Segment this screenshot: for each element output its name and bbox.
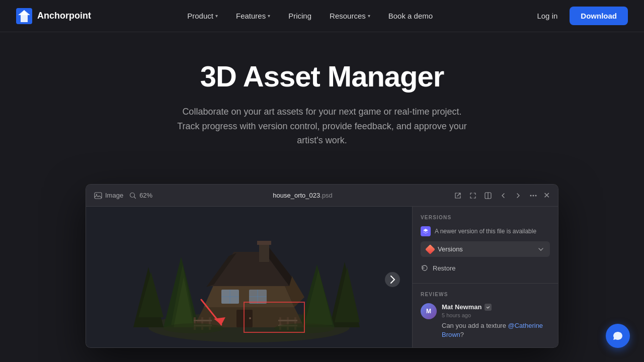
toolbar-filename: house_orto_023.psd: [273, 192, 333, 199]
restore-icon: [421, 264, 429, 272]
nav-resources[interactable]: Resources ▾: [323, 8, 377, 24]
svg-rect-28: [257, 241, 271, 245]
download-button[interactable]: Download: [570, 7, 628, 25]
image-type-label: Image: [105, 192, 123, 199]
navbar: Anchorpoint Product ▾ Features ▾ Pricing…: [0, 0, 644, 32]
svg-point-47: [164, 323, 224, 333]
nav-book-demo[interactable]: Book a demo: [381, 8, 440, 24]
versions-label: VERSIONS: [421, 215, 550, 220]
logo[interactable]: Anchorpoint: [16, 8, 91, 24]
chat-bubble[interactable]: [606, 324, 630, 348]
split-view-icon: [485, 192, 492, 199]
house-scene-svg: [86, 207, 412, 347]
app-window: Image 62% house_orto_023.psd: [86, 184, 558, 348]
nav-arrow-right: [385, 272, 400, 287]
svg-point-9: [535, 195, 536, 196]
reviewer-badge: [485, 304, 492, 311]
review-header: Mat Newman: [442, 303, 550, 311]
chevron-right-icon: [515, 193, 521, 199]
svg-point-8: [532, 195, 534, 196]
toolbar-right: ✕: [453, 191, 550, 201]
side-panel: VERSIONS A newer version of this file is…: [412, 207, 558, 347]
layers-icon: [423, 228, 429, 234]
external-link-icon: [454, 192, 461, 199]
mention: @Catherine Brown: [442, 322, 543, 338]
restore-button[interactable]: Restore: [421, 261, 550, 275]
close-button[interactable]: ✕: [543, 191, 550, 200]
check-icon: [486, 305, 490, 309]
review-time: 5 hours ago: [442, 312, 550, 318]
toolbar-left: Image 62%: [94, 192, 152, 200]
window-toolbar: Image 62% house_orto_023.psd: [86, 185, 558, 207]
versions-section: VERSIONS A newer version of this file is…: [413, 207, 558, 284]
nav-links: Product ▾ Features ▾ Pricing Resources ▾…: [180, 8, 440, 24]
zoom-group: 62%: [129, 192, 152, 199]
review-text: Can you add a texture @Catherine Brown?: [442, 321, 550, 339]
versions-dropdown-label: Versions: [438, 245, 463, 253]
svg-point-4: [96, 194, 97, 195]
version-notice-text: A newer version of this file is availabl…: [435, 228, 536, 235]
version-notice-icon: [421, 226, 431, 236]
external-link-button[interactable]: [453, 191, 463, 201]
hero-section: 3D Asset Manager Collaborate on your art…: [0, 32, 644, 168]
window-body: VERSIONS A newer version of this file is…: [86, 207, 558, 347]
hero-title: 3D Asset Manager: [200, 60, 444, 93]
nav-features[interactable]: Features ▾: [229, 8, 277, 24]
chat-icon: [612, 330, 623, 341]
chevron-left-icon: [500, 193, 506, 199]
image-type-group: Image: [94, 192, 123, 200]
reviewer-name: Mat Newman: [442, 303, 481, 311]
next-button[interactable]: [513, 191, 523, 201]
zoom-icon: [129, 192, 136, 199]
fullscreen-icon: [469, 192, 476, 199]
split-view-button[interactable]: [483, 191, 493, 201]
zoom-label: 62%: [139, 192, 152, 199]
review-content: Mat Newman 5 hours ago Can you add a tex…: [442, 303, 550, 339]
reviews-section: REVIEWS M Mat Newman: [413, 284, 558, 347]
svg-point-7: [530, 195, 531, 196]
more-icon: [530, 195, 537, 197]
chevron-down-icon: ▾: [368, 13, 370, 19]
svg-point-36: [249, 317, 251, 319]
fullscreen-button[interactable]: [468, 191, 478, 201]
logo-icon: [16, 8, 32, 24]
hero-subtitle: Collaborate on your art assets for your …: [171, 105, 473, 148]
image-icon: [94, 192, 102, 200]
chevron-down-icon: ▾: [268, 13, 270, 19]
more-button[interactable]: [528, 191, 538, 201]
version-diamond-icon: [425, 244, 435, 254]
svg-rect-45: [278, 320, 297, 321]
svg-rect-43: [194, 320, 212, 321]
svg-point-52: [385, 272, 400, 287]
login-link[interactable]: Log in: [529, 8, 566, 24]
svg-rect-3: [95, 193, 102, 199]
app-window-wrapper: Image 62% house_orto_023.psd: [0, 184, 644, 348]
reviewer-avatar: M: [421, 303, 437, 319]
version-notice: A newer version of this file is availabl…: [421, 226, 550, 236]
chevron-down-icon: ▾: [215, 13, 218, 19]
image-panel: [86, 207, 412, 347]
nav-pricing[interactable]: Pricing: [281, 8, 318, 24]
prev-button[interactable]: [498, 191, 508, 201]
nav-actions: Log in Download: [529, 7, 628, 25]
logo-text: Anchorpoint: [37, 11, 91, 21]
chevron-down-icon: [538, 246, 544, 252]
nav-product[interactable]: Product ▾: [180, 8, 225, 24]
review-item: M Mat Newman 5 hours ago: [421, 303, 550, 339]
reviews-label: REVIEWS: [421, 292, 550, 297]
restore-label: Restore: [433, 264, 456, 272]
versions-dropdown[interactable]: Versions: [421, 241, 550, 257]
